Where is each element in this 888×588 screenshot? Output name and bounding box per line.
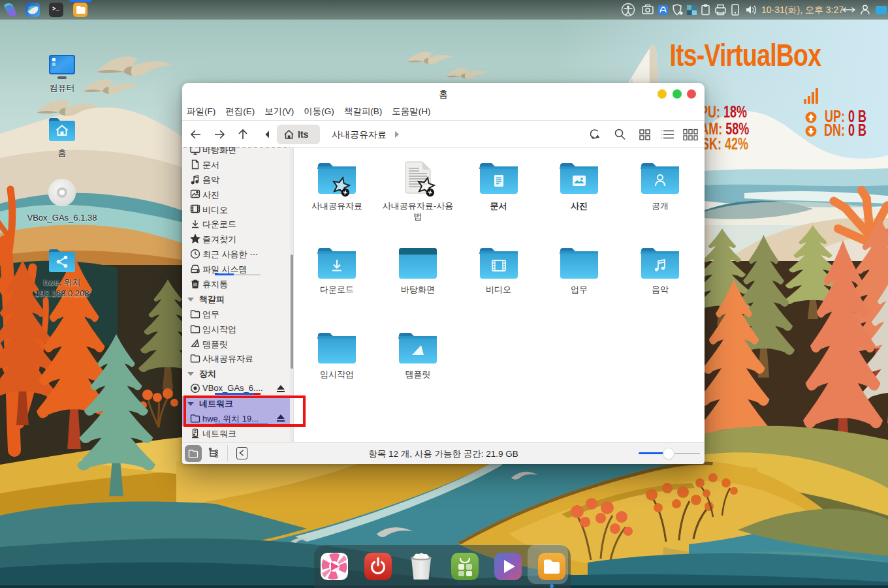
svg-text:>_: >_ bbox=[52, 6, 59, 12]
